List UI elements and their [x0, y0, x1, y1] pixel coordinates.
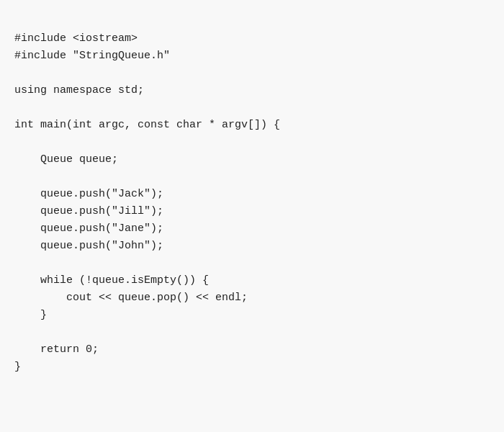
code-line: queue.push("Jack"); — [14, 186, 490, 203]
code-line: #include "StringQueue.h" — [14, 48, 490, 65]
code-line: queue.push("Jill"); — [14, 203, 490, 220]
code-line: using namespace std; — [14, 82, 490, 99]
code-line: } — [14, 307, 490, 324]
code-line-empty — [14, 255, 490, 272]
code-line: int main(int argc, const char * argv[]) … — [14, 117, 490, 134]
code-line: Queue queue; — [14, 151, 490, 168]
code-line: while (!queue.isEmpty()) { — [14, 272, 490, 289]
code-line-empty — [14, 168, 490, 186]
code-line-empty — [14, 324, 490, 341]
code-line-empty — [14, 99, 490, 117]
code-line: queue.push("John"); — [14, 238, 490, 255]
code-line: #include <iostream> — [14, 30, 490, 48]
code-line: queue.push("Jane"); — [14, 220, 490, 238]
code-line-empty — [14, 134, 490, 151]
code-line: return 0; — [14, 341, 490, 359]
code-editor: #include <iostream>#include "StringQueue… — [0, 0, 504, 432]
code-line: } — [14, 359, 490, 376]
code-line: cout << queue.pop() << endl; — [14, 289, 490, 307]
code-line-empty — [14, 65, 490, 82]
